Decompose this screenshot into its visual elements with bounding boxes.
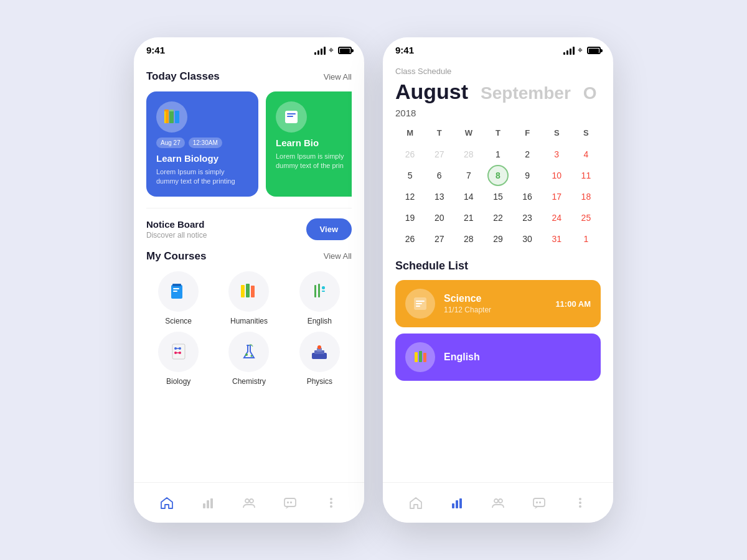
cal-cell[interactable]: 17: [546, 186, 567, 207]
my-courses-view-all[interactable]: View All: [324, 251, 352, 261]
signal-icon-right: [563, 46, 575, 55]
scard-name-english: English: [444, 352, 591, 363]
cards-container: Aug 27 12:30AM Learn Biology Lorem Ipsum…: [146, 91, 352, 197]
class-card-green[interactable]: Learn Bio Lorem Ipsum is simply dummy te…: [266, 91, 352, 197]
svg-point-42: [330, 498, 332, 500]
svg-rect-17: [318, 284, 320, 297]
cal-cell[interactable]: 8: [487, 165, 509, 186]
cal-cell[interactable]: 28: [458, 144, 479, 165]
cal-cell[interactable]: 25: [575, 207, 596, 228]
notice-text: Notice Board Discover all notice: [146, 219, 207, 240]
cal-header-m: M: [395, 126, 425, 140]
course-label-science: Science: [165, 317, 192, 325]
nav-group-left[interactable]: [235, 491, 263, 515]
nav-chart-right[interactable]: [443, 491, 471, 515]
cal-cell[interactable]: 18: [575, 186, 596, 207]
cal-cell[interactable]: 12: [400, 186, 421, 207]
cal-cell[interactable]: 4: [575, 144, 596, 165]
cal-cell[interactable]: 13: [429, 186, 450, 207]
chemistry-icon: [238, 340, 260, 363]
nav-more-right[interactable]: [566, 491, 594, 515]
cal-cell[interactable]: 27: [429, 228, 450, 250]
card-desc-2: Lorem Ipsum is simply dummy text of the …: [276, 152, 352, 171]
today-classes-view-all[interactable]: View All: [324, 72, 352, 82]
cal-cell[interactable]: 11: [575, 165, 596, 186]
cal-cell[interactable]: 21: [458, 207, 479, 228]
cal-cell[interactable]: 1: [575, 228, 596, 250]
status-time-left: 9:41: [146, 45, 165, 55]
cal-header-s1: S: [542, 126, 571, 140]
cal-cell[interactable]: 6: [429, 165, 450, 186]
cal-cell[interactable]: 19: [400, 207, 421, 228]
notice-section: Notice Board Discover all notice View: [146, 208, 352, 240]
cal-cell[interactable]: 7: [458, 165, 479, 186]
cal-cell[interactable]: 15: [487, 186, 509, 207]
cal-cell[interactable]: 9: [517, 165, 538, 186]
cal-cell[interactable]: 22: [487, 207, 509, 228]
cal-header-s2: S: [571, 126, 601, 140]
nav-group-right[interactable]: [484, 491, 512, 515]
course-item-english[interactable]: English: [288, 271, 352, 325]
cal-cell[interactable]: 31: [546, 228, 567, 250]
cal-cell[interactable]: 29: [487, 228, 509, 250]
course-item-science[interactable]: Science: [146, 271, 210, 325]
status-icons-right: ⌖: [563, 45, 601, 55]
course-item-humanities[interactable]: Humanities: [217, 271, 281, 325]
class-card-blue[interactable]: Aug 27 12:30AM Learn Biology Lorem Ipsum…: [146, 91, 258, 197]
course-icon-chemistry: [228, 332, 269, 372]
nav-chart-left[interactable]: [194, 491, 222, 515]
svg-point-38: [250, 499, 253, 503]
month-august: August: [395, 80, 468, 104]
svg-point-33: [317, 345, 321, 349]
cal-cell[interactable]: 10: [546, 165, 567, 186]
battery-icon-right: [587, 47, 601, 54]
left-phone-content: Today Classes View All: [134, 60, 364, 521]
course-label-english: English: [308, 317, 332, 325]
cal-header-t2: T: [483, 126, 512, 140]
cal-cell[interactable]: 16: [517, 186, 538, 207]
month-oct: O: [583, 83, 597, 103]
nav-home-right[interactable]: [402, 491, 430, 515]
notice-view-button[interactable]: View: [306, 218, 352, 240]
cal-cell[interactable]: 30: [517, 228, 538, 250]
schedule-card-science[interactable]: Science 11/12 Chapter 11:00 AM: [395, 280, 601, 327]
cal-cell[interactable]: 14: [458, 186, 479, 207]
svg-rect-11: [173, 288, 179, 289]
schedule-card-english[interactable]: English: [395, 334, 601, 381]
nav-chat-right[interactable]: [525, 491, 553, 515]
group-icon-left: [242, 496, 256, 510]
cal-cell[interactable]: 3: [546, 144, 567, 165]
course-item-chemistry[interactable]: Chemistry: [217, 332, 281, 386]
nav-more-left[interactable]: [317, 491, 345, 515]
status-icons-left: ⌖: [314, 45, 352, 55]
course-label-humanities: Humanities: [230, 317, 268, 325]
svg-rect-36: [210, 498, 213, 508]
svg-rect-58: [536, 502, 538, 503]
science-scard-icon: [411, 295, 429, 312]
cal-cell[interactable]: 24: [546, 207, 567, 228]
nav-home-left[interactable]: [153, 491, 181, 515]
scard-icon-science: [405, 289, 435, 319]
cal-cell[interactable]: 26: [400, 228, 421, 250]
course-item-physics[interactable]: Physics: [288, 332, 352, 386]
book-icon-2: [283, 108, 300, 126]
cal-cell[interactable]: 28: [458, 228, 479, 250]
cal-cell[interactable]: 26: [400, 144, 421, 165]
svg-point-62: [579, 505, 581, 508]
cal-cell[interactable]: 2: [517, 144, 538, 165]
cal-cell[interactable]: 5: [400, 165, 421, 186]
card-badge-time: 12:30AM: [189, 138, 222, 148]
science-icon: [167, 280, 190, 302]
cal-cell[interactable]: 27: [429, 144, 450, 165]
course-item-biology[interactable]: Biology: [146, 332, 210, 386]
course-icon-humanities: [228, 271, 269, 312]
nav-chat-left[interactable]: [276, 491, 304, 515]
svg-point-43: [330, 502, 332, 504]
cal-cell[interactable]: 1: [487, 144, 509, 165]
course-label-physics: Physics: [307, 377, 332, 386]
cal-cell[interactable]: 23: [517, 207, 538, 228]
cal-cell[interactable]: 20: [429, 207, 450, 228]
svg-point-61: [579, 502, 581, 504]
physics-icon: [308, 340, 331, 363]
course-icon-biology: [158, 332, 199, 372]
